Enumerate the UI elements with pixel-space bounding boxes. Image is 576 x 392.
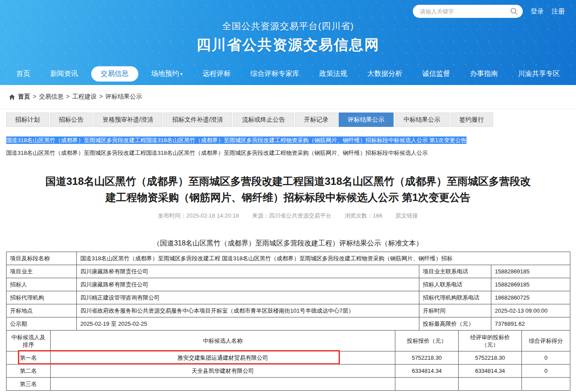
breadcrumb: 首页>交易信息>工程建设>评标结果公示 <box>0 85 576 109</box>
row-value: 18682860725 <box>491 291 570 304</box>
column-header: 投标报价（元） <box>395 331 459 351</box>
nav-item-trade-info[interactable]: 交易信息 <box>91 66 138 82</box>
tab-contract-signing-performance[interactable]: 签约履行 <box>450 112 493 127</box>
home-icon <box>9 94 15 100</box>
main-nav: 首页新闻资讯交易信息场地预约▾远程评标综合评标专家库政策法规大数据分析诚信监督办… <box>0 62 576 85</box>
page-title: 国道318名山区黑竹（成都界）至雨城区多营段改建工程国道318名山区黑竹（成都界… <box>45 173 531 205</box>
row-value: 四川省政府政务服务和公共资源交易服务中心本项目开标室（成都市青羊区鼓楼南街101… <box>77 304 419 317</box>
announcement-list: 国道318名山区黑竹（成都界）至雨城区多营段改建工程国道318名山区黑竹（成都界… <box>0 127 576 157</box>
row-label: 招标人联系电话 <box>419 278 491 291</box>
row-label: 项目业主 <box>7 265 77 278</box>
row-value: 四川精正建设管理咨询有限公司 <box>77 291 419 304</box>
candidate-rank: 第二名 <box>7 365 51 378</box>
header-top: 登录 注册 全国公共资源交易平台(四川省) 四川省公共资源交易信息网 <box>0 0 576 62</box>
original-link[interactable]: 原文链接 <box>395 212 418 220</box>
site-header: 登录 注册 全国公共资源交易平台(四川省) 四川省公共资源交易信息网 首页新闻资… <box>0 0 576 85</box>
table-row: 项目及标段名称国道318名山区黑竹（成都界）至雨城区多营段改建工程 国道318名… <box>7 252 570 265</box>
nav-item-service-guide[interactable]: 办事指南 <box>463 66 505 82</box>
tab-bid-opening-record[interactable]: 开标记录 <box>295 112 338 127</box>
candidate-name: 雅安交建集团运通建材贸易有限公司 <box>51 351 395 365</box>
candidate-reviewed-price <box>459 378 522 391</box>
row-value: 四川康藏路桥有限责任公司 <box>77 278 419 291</box>
candidate-score <box>522 378 570 391</box>
candidate-score: 0 <box>522 365 570 378</box>
nav-item-policies-regulations[interactable]: 政策法规 <box>312 66 354 82</box>
nav-item-label: 交易信息 <box>101 70 129 77</box>
tab-failed-or-terminated-announcement[interactable]: 流标或终止公告 <box>233 112 294 127</box>
row-label: 开标地点 <box>7 304 77 317</box>
tab-bid-document-addendum[interactable]: 招标文件补遗/澄清 <box>163 112 232 127</box>
register-link[interactable]: 注册 <box>552 7 565 16</box>
row-value: 2025-02-19 至 2025-02-25 <box>77 317 419 331</box>
search-icon[interactable] <box>510 7 518 16</box>
column-header: 中标候选人及排序 <box>7 331 51 351</box>
nav-item-news[interactable]: 新闻资讯 <box>43 66 85 82</box>
tab-award-result-publicity[interactable]: 中标结果公示 <box>394 112 449 127</box>
search-input[interactable] <box>419 8 510 15</box>
breadcrumb-item-3[interactable]: 工程建设 <box>72 93 96 100</box>
candidate-score: 0 <box>522 351 570 365</box>
tab-evaluation-result-publicity[interactable]: 评标结果公示 <box>339 112 394 127</box>
breadcrumb-item-2[interactable]: 交易信息 <box>39 93 63 100</box>
row-value: 2025-02-13 09:00:00 <box>491 304 570 317</box>
nav-item-label: 办事指南 <box>470 70 498 77</box>
article-meta: 发布时间：2025-02-18 14:20:18 来源：四川省公共资源交易平台 … <box>0 212 576 220</box>
row-value: 国道318名山区黑竹（成都界）至雨城区多营段改建工程 国道318名山区黑竹（成都… <box>77 252 570 265</box>
table-row: 开标地点四川省政府政务服务和公共资源交易服务中心本项目开标室（成都市青羊区鼓楼南… <box>7 304 570 317</box>
nav-item-label: 川渝共享专区 <box>518 70 560 77</box>
candidate-reviewed-price: 6334814.34 <box>459 365 522 378</box>
login-link[interactable]: 登录 <box>531 7 544 16</box>
row-label: 投标最高限价（元） <box>419 317 491 331</box>
candidate-name: 天全县凯华建材有限公司 <box>51 365 395 378</box>
result-table-body: 项目及标段名称国道318名山区黑竹（成都界）至雨城区多营段改建工程 国道318名… <box>7 252 570 391</box>
breadcrumb-item-1[interactable]: 首页 <box>18 93 30 100</box>
nav-item-remote-bid-evaluation[interactable]: 远程评标 <box>195 66 237 82</box>
candidate-name <box>51 378 395 391</box>
result-table-wrap: 项目及标段名称国道318名山区黑竹（成都界）至雨城区多营段改建工程 国道318名… <box>6 252 570 391</box>
row-label: 项目业主联系电话 <box>419 265 491 278</box>
table-row: 招标人四川康藏路桥有限责任公司招标人联系电话15882869185 <box>7 278 570 291</box>
row-value: 四川康藏路桥有限责任公司 <box>77 265 419 278</box>
publish-time: 发布时间：2025-02-18 14:20:18 <box>158 212 239 220</box>
nav-item-label: 场地预约 <box>151 70 179 77</box>
nav-item-venue-booking[interactable]: 场地预约▾ <box>144 66 189 82</box>
tab-bid-announcement[interactable]: 招标公告 <box>50 112 93 127</box>
nav-item-label: 首页 <box>16 70 30 77</box>
candidate-row-1: 第一名雅安交建集团运通建材贸易有限公司5752218.305752218.300 <box>7 351 570 365</box>
breadcrumb-items: 首页>交易信息>工程建设>评标结果公示 <box>18 93 142 101</box>
candidate-row-2: 第二名天全县凯华建材有限公司6334814.346334814.340 <box>7 365 570 378</box>
row-label: 开标时间 <box>419 304 491 317</box>
column-header: 经评审的投标价（元） <box>459 331 522 351</box>
search-area: 登录 注册 <box>413 5 565 18</box>
row-label: 公示期 <box>7 317 77 331</box>
nav-item-label: 远程评标 <box>202 70 230 77</box>
row-label: 招标人 <box>7 278 77 291</box>
tab-bar: 招标计划招标公告资格预审补遗/澄清招标文件补遗/澄清流标或终止公告开标记录评标结… <box>0 109 576 127</box>
nav-item-home[interactable]: 首页 <box>9 66 37 82</box>
candidates-header-row: 中标候选人及排序中标候选人名称投标报价（元）经评审的投标价（元）综合评标得分 <box>7 331 570 351</box>
nav-item-big-data-analysis[interactable]: 大数据分析 <box>360 66 409 82</box>
row-label: 招标代理机构 <box>7 291 77 304</box>
page: 登录 注册 全国公共资源交易平台(四川省) 四川省公共资源交易信息网 首页新闻资… <box>0 0 576 392</box>
table-subtitle: （国道318名山区黑竹（成都界）至雨城区多营段改建工程）评标结果公示（标准文本） <box>0 239 576 248</box>
nav-item-label: 综合评标专家库 <box>250 70 299 77</box>
tab-prequalification-addendum[interactable]: 资格预审补遗/澄清 <box>93 112 162 127</box>
candidate-rank: 第一名 <box>7 351 51 365</box>
column-header: 中标候选人名称 <box>51 331 395 351</box>
nav-item-integrity-supervision[interactable]: 诚信监督 <box>415 66 457 82</box>
candidate-row-3: 第三名 <box>7 378 570 391</box>
announcement-list-item-selected[interactable]: 国道318名山区黑竹（成都界）至雨城区多营段改建工程国道318名山区黑竹（成都界… <box>6 136 466 144</box>
candidate-reviewed-price: 5752218.30 <box>459 351 522 365</box>
tab-bid-plan[interactable]: 招标计划 <box>6 112 49 127</box>
table-row: 项目业主四川康藏路桥有限责任公司项目业主联系电话15882869185 <box>7 265 570 278</box>
announcement-list-item[interactable]: 国道318名山区黑竹（成都界）至雨城区多营段改建工程国道318名山区黑竹（成都界… <box>6 149 570 157</box>
nav-item-label: 诚信监督 <box>422 70 450 77</box>
nav-item-sichuan-chongqing-zone[interactable]: 川渝共享专区 <box>511 66 567 82</box>
breadcrumb-item-4: 评标结果公示 <box>106 93 142 100</box>
row-value: 15882869185 <box>491 265 570 278</box>
nav-item-label: 政策法规 <box>319 70 347 77</box>
article-source: 来源：四川省公共资源交易平台 <box>252 212 332 220</box>
nav-item-expert-database[interactable]: 综合评标专家库 <box>243 66 306 82</box>
row-label: 招标代理机构联系电话 <box>419 291 491 304</box>
candidate-bid-price: 5752218.30 <box>395 351 459 365</box>
